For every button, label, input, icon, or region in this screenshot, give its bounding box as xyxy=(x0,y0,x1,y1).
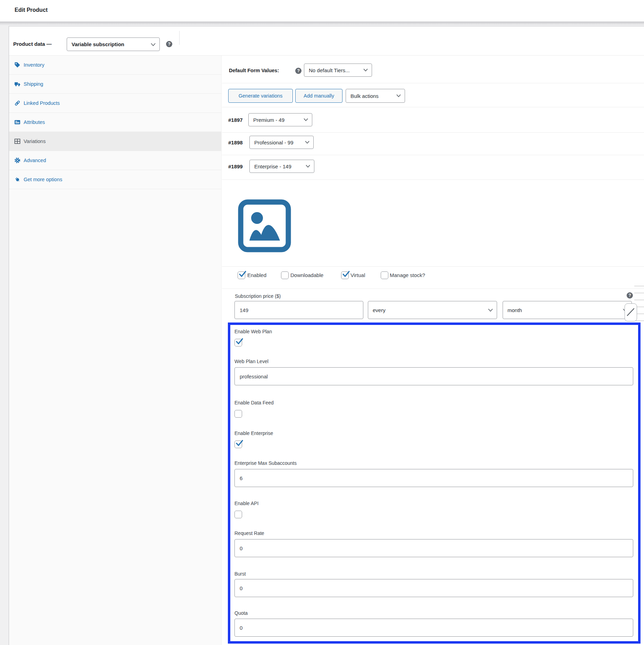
enable-data-feed-label: Enable Data Feed xyxy=(234,400,274,405)
grid-icon xyxy=(14,138,20,144)
header-separator xyxy=(179,31,180,45)
chevron-down-icon xyxy=(363,69,368,72)
subscription-price-input[interactable] xyxy=(234,301,363,319)
enterprise-max-subaccounts-input[interactable] xyxy=(234,469,633,487)
variation-attribute-value: Premium - 49 xyxy=(253,117,284,123)
enabled-checkbox[interactable] xyxy=(238,271,245,279)
variation-attribute-select[interactable]: Enterprise - 149 xyxy=(249,160,314,173)
sidebar-item-get-more-options[interactable]: Get more options xyxy=(9,170,221,189)
product-data-panel: Product data — Variable subscription ? I… xyxy=(9,26,644,645)
topbar-shadow xyxy=(0,22,644,26)
default-form-values-select[interactable]: No default Tiers... xyxy=(304,64,372,77)
sidebar-item-label: Linked Products xyxy=(24,100,60,106)
right-edge-line xyxy=(634,300,644,300)
right-edge-line xyxy=(634,286,644,286)
sidebar-item-shipping[interactable]: Shipping xyxy=(9,75,221,94)
variation-id: #1898 xyxy=(228,140,243,145)
product-data-label: Product data — xyxy=(13,41,52,47)
right-edge-line xyxy=(634,293,644,293)
chevron-down-icon xyxy=(396,94,401,97)
add-manually-label: Add manually xyxy=(304,93,334,99)
manage-stock-label: Manage stock? xyxy=(390,272,425,278)
subscription-price-label: Subscription price ($) xyxy=(235,293,281,299)
enable-api-label: Enable API xyxy=(234,501,258,506)
divider xyxy=(222,155,644,155)
quota-input[interactable] xyxy=(234,619,633,637)
enable-data-feed-checkbox[interactable] xyxy=(234,410,242,418)
help-icon[interactable]: ? xyxy=(295,68,302,74)
subscription-period-select[interactable]: month xyxy=(503,301,632,319)
subscription-period-value: month xyxy=(507,307,522,313)
bulk-actions-select[interactable]: Bulk actions xyxy=(346,89,405,103)
enable-web-plan-label: Enable Web Plan xyxy=(234,329,272,334)
bulk-actions-value: Bulk actions xyxy=(350,93,379,99)
subscription-interval-select[interactable]: every xyxy=(368,301,497,319)
product-type-select[interactable]: Variable subscription xyxy=(67,37,160,51)
link-icon xyxy=(14,100,20,106)
check-icon xyxy=(235,439,243,447)
enable-api-checkbox[interactable] xyxy=(234,511,242,518)
burst-input[interactable] xyxy=(234,579,633,597)
add-manually-button[interactable]: Add manually xyxy=(295,89,342,103)
downloadable-label: Downloadable xyxy=(290,272,323,278)
default-form-values-value: No default Tiers... xyxy=(309,67,350,73)
subscription-interval-value: every xyxy=(373,307,386,313)
divider xyxy=(222,83,644,83)
chevron-down-icon xyxy=(151,43,156,46)
burst-label: Burst xyxy=(234,571,246,577)
check-icon xyxy=(238,270,247,278)
enable-web-plan-checkbox[interactable] xyxy=(234,339,242,346)
request-rate-input[interactable] xyxy=(234,539,633,557)
chevron-down-icon xyxy=(304,118,308,121)
image-placeholder-icon xyxy=(238,199,291,253)
variation-attribute-value: Enterprise - 149 xyxy=(254,164,291,169)
web-plan-level-input[interactable] xyxy=(234,367,633,385)
list-card-icon xyxy=(14,119,20,125)
enable-enterprise-label: Enable Enterprise xyxy=(234,430,273,436)
enterprise-max-subaccounts-label: Enterprise Max Subaccounts xyxy=(234,460,297,466)
product-data-tabs: Inventory Shipping Linked Products Attri… xyxy=(9,56,222,645)
help-icon[interactable]: ? xyxy=(166,41,172,47)
divider xyxy=(222,288,644,289)
product-type-value: Variable subscription xyxy=(72,41,124,47)
variation-attribute-select[interactable]: Premium - 49 xyxy=(248,113,312,126)
chevron-down-icon xyxy=(488,309,493,312)
help-icon[interactable]: ? xyxy=(627,292,633,299)
generate-variations-label: Generate variations xyxy=(239,93,283,99)
variation-attribute-select[interactable]: Professional - 99 xyxy=(249,136,314,149)
sidebar-item-attributes[interactable]: Attributes xyxy=(9,113,221,132)
sidebar-item-variations[interactable]: Variations xyxy=(9,132,221,151)
default-form-values-label: Default Form Values: xyxy=(229,68,279,73)
variation-image-placeholder[interactable] xyxy=(238,199,291,253)
sidebar-item-label: Inventory xyxy=(24,62,44,68)
product-data-header: Product data — Variable subscription ? xyxy=(9,26,644,56)
sidebar-item-label: Attributes xyxy=(24,119,45,125)
gear-icon xyxy=(14,157,20,164)
virtual-label: Virtual xyxy=(350,272,365,278)
tag-icon xyxy=(14,62,20,68)
quota-label: Quota xyxy=(234,610,248,616)
enable-enterprise-checkbox[interactable] xyxy=(234,441,242,448)
sidebar-item-label: Variations xyxy=(24,139,46,144)
sidebar-item-advanced[interactable]: Advanced xyxy=(9,151,221,170)
virtual-checkbox[interactable] xyxy=(341,271,349,279)
downloadable-checkbox[interactable] xyxy=(281,271,289,279)
chevron-down-icon xyxy=(305,141,309,144)
generate-variations-button[interactable]: Generate variations xyxy=(228,89,293,103)
sidebar-item-linked-products[interactable]: Linked Products xyxy=(9,94,221,113)
divider xyxy=(222,179,644,180)
sidebar-item-label: Advanced xyxy=(24,158,46,163)
check-icon xyxy=(235,337,243,346)
variation-id: #1897 xyxy=(228,117,243,123)
right-edge-artifact xyxy=(625,303,637,321)
manage-stock-checkbox[interactable] xyxy=(381,271,388,279)
check-mark-artifact xyxy=(625,304,636,321)
screen: Edit Product Product data — Variable sub… xyxy=(0,0,644,645)
sidebar-item-inventory[interactable]: Inventory xyxy=(9,56,221,75)
divider xyxy=(222,266,644,267)
enabled-label: Enabled xyxy=(247,272,266,278)
request-rate-label: Request Rate xyxy=(234,530,264,536)
sidebar-item-label: Get more options xyxy=(24,177,62,182)
truck-icon xyxy=(14,81,20,87)
variation-id: #1899 xyxy=(228,164,243,169)
